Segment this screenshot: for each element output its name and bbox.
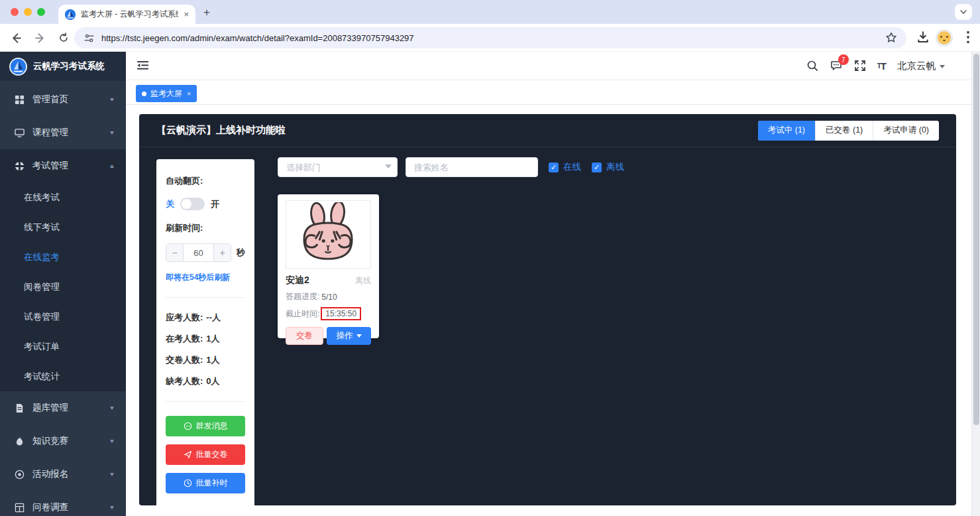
browser-tab[interactable]: 监考大屏 - 云帆学习考试系统 × [58, 5, 195, 24]
sidebar-item-label: 活动报名 [32, 468, 109, 480]
tab-search-chevron-icon[interactable] [955, 4, 972, 20]
student-name: 安迪2 [286, 275, 309, 287]
sidebar-subitem-online-proctor[interactable]: 在线监考 [0, 242, 126, 272]
checkbox-checked-icon[interactable]: ✓ [592, 162, 602, 172]
forward-icon[interactable] [32, 30, 48, 46]
messages-icon[interactable]: 7 [830, 59, 843, 72]
chevron-down-icon: ▼ [109, 438, 115, 444]
search-icon[interactable] [806, 60, 818, 72]
close-window-button[interactable] [11, 8, 19, 16]
sidebar-collapse-icon[interactable] [136, 59, 149, 74]
auto-page-switch-row: 关 开 [166, 198, 245, 210]
sidebar-subitem-online-exam[interactable]: 在线考试 [0, 182, 126, 212]
stat-label: 应考人数: [166, 312, 203, 324]
main-area: 7 TT 北京云帆 监考大屏 × [126, 52, 980, 516]
batch-add-time-button[interactable]: 批量补时 [166, 473, 245, 493]
sidebar-item-dashboard[interactable]: 管理首页 ▼ [0, 83, 126, 116]
auto-page-label: 自动翻页: [166, 175, 245, 187]
stat-label: 缺考人数: [166, 375, 203, 387]
sidebar-item-label: 知识竞赛 [32, 435, 109, 447]
deadline-row: 截止时间: 15:35:50 [286, 307, 371, 320]
route-tab-close-icon[interactable]: × [187, 90, 191, 97]
checkbox-checked-icon[interactable]: ✓ [549, 162, 559, 172]
back-icon[interactable] [8, 30, 24, 46]
auto-page-toggle[interactable] [180, 198, 205, 210]
status-segmented-control: 考试中 (1) 已交卷 (1) 考试申请 (0) [758, 121, 939, 141]
stepper-plus-button[interactable]: + [213, 244, 231, 261]
segment-submitted[interactable]: 已交卷 (1) [815, 121, 873, 141]
online-filter[interactable]: ✓ 在线 [549, 161, 581, 173]
chevron-down-icon: ▼ [109, 504, 115, 510]
site-favicon-icon [65, 9, 76, 20]
sidebar-group-exam: 考试管理 ▲ 在线考试 线下考试 在线监考 阅卷管理 试卷管理 考试订单 考试统… [0, 149, 126, 391]
sidebar-item-exam-management[interactable]: 考试管理 ▲ [0, 149, 126, 182]
chevron-down-icon: ▼ [109, 405, 115, 411]
divider [166, 401, 245, 402]
refresh-countdown-hint: 即将在54秒后刷新 [166, 272, 245, 283]
minimize-window-button[interactable] [24, 8, 32, 16]
download-icon[interactable] [916, 31, 930, 46]
window-controls[interactable] [11, 8, 45, 16]
stat-in-exam: 在考人数: 1人 [166, 333, 245, 345]
chevron-down-icon: ▼ [109, 129, 115, 135]
reload-icon[interactable] [56, 30, 72, 46]
route-tab-monitor[interactable]: 监考大屏 × [136, 85, 197, 102]
activity-icon [15, 469, 25, 480]
refresh-stepper-row: − 60 + 秒 [166, 243, 245, 262]
sidebar-logo-row: 云帆学习考试系统 [0, 52, 126, 81]
active-dot-icon [142, 92, 146, 96]
refresh-seconds-value[interactable]: 60 [184, 244, 213, 261]
scrollbar-thumb[interactable] [973, 54, 979, 425]
page-content: 【云帆演示】上线补时功能啦 考试中 (1) 已交卷 (1) 考试申请 (0) 自… [126, 105, 980, 516]
segment-applications[interactable]: 考试申请 (0) [873, 121, 939, 141]
name-search[interactable] [406, 157, 538, 177]
site-settings-icon[interactable] [83, 32, 95, 44]
fullscreen-icon[interactable] [854, 60, 866, 72]
department-select[interactable] [278, 157, 398, 177]
sidebar-subitem-offline-exam[interactable]: 线下考试 [0, 212, 126, 242]
maximize-window-button[interactable] [37, 8, 45, 16]
browser-menu-icon[interactable] [962, 30, 974, 47]
caret-down-icon [940, 65, 945, 68]
avatar-emoji-icon [938, 31, 951, 44]
switch-off-label: 关 [166, 198, 174, 210]
segment-in-exam[interactable]: 考试中 (1) [758, 121, 815, 141]
browser-tabstrip: 监考大屏 - 云帆学习考试系统 × + [0, 0, 980, 24]
font-size-icon[interactable]: TT [877, 60, 886, 72]
app-window: 云帆学习考试系统 管理首页 ▼ 课程管理 ▼ [0, 52, 980, 516]
tab-close-icon[interactable]: × [184, 9, 189, 19]
sidebar-subitem-paper-management[interactable]: 试卷管理 [0, 302, 126, 332]
new-tab-button[interactable]: + [203, 6, 210, 19]
department-select-input[interactable] [278, 157, 398, 177]
progress-value: 5/10 [321, 292, 337, 302]
question-bank-icon [15, 403, 25, 413]
sidebar-item-competition[interactable]: 知识竞赛 ▼ [0, 424, 126, 458]
broadcast-message-button[interactable]: 群发消息 [166, 416, 245, 436]
sidebar-subitem-exam-orders[interactable]: 考试订单 [0, 332, 126, 361]
sidebar-item-courses[interactable]: 课程管理 ▼ [0, 116, 126, 149]
sidebar-subitem-label: 阅卷管理 [24, 281, 60, 293]
page-scrollbar[interactable] [971, 52, 980, 516]
sidebar-item-activity-signup[interactable]: 活动报名 ▼ [0, 458, 126, 491]
browser-profile-avatar[interactable] [936, 29, 953, 46]
bookmark-star-icon[interactable] [885, 32, 897, 44]
stepper-minus-button[interactable]: − [166, 244, 184, 261]
tenant-menu[interactable]: 北京云帆 [897, 60, 945, 72]
force-submit-button[interactable]: 交卷 [286, 327, 323, 345]
address-bar[interactable]: https://tstc.jeegen.com/admin/exam/watch… [74, 27, 906, 48]
name-search-input[interactable] [406, 157, 538, 177]
offline-filter[interactable]: ✓ 离线 [592, 161, 624, 173]
chevron-down-icon: ▼ [109, 96, 115, 102]
operations-dropdown-button[interactable]: 操作 [327, 327, 371, 345]
sidebar-item-label: 管理首页 [32, 94, 109, 105]
progress-label: 答题进度: [286, 291, 319, 302]
sidebar-subitem-label: 考试统计 [24, 371, 60, 383]
sidebar-item-question-bank[interactable]: 题库管理 ▼ [0, 391, 126, 424]
competition-icon [15, 436, 25, 446]
url-text[interactable]: https://tstc.jeegen.com/admin/exam/watch… [101, 33, 879, 43]
sidebar-subitem-exam-statistics[interactable]: 考试统计 [0, 361, 126, 391]
sidebar-item-survey[interactable]: 问卷调查 ▼ [0, 491, 126, 516]
sidebar-subitem-grading[interactable]: 阅卷管理 [0, 272, 126, 302]
batch-submit-button[interactable]: 批量交卷 [166, 444, 245, 465]
stat-label: 在考人数: [166, 333, 203, 345]
